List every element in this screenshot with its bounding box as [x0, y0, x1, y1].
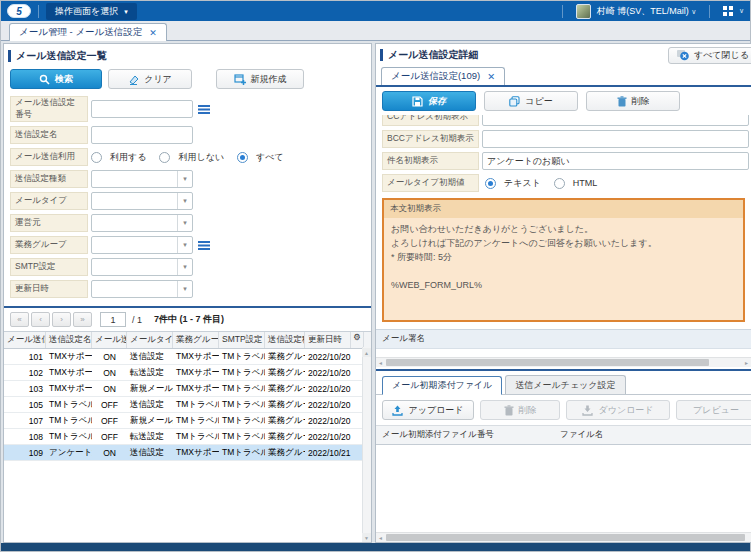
attachment-delete-button[interactable]: 削除 [480, 400, 560, 420]
cell-setting-kind: 業務グループ [265, 431, 305, 443]
smtp-select[interactable]: ▾ [91, 258, 193, 276]
page-number-input[interactable]: 1 [100, 312, 126, 327]
tab-send-mail-check[interactable]: 送信メールチェック設定 [505, 375, 625, 394]
cell-updated: 2022/10/20 [305, 400, 351, 410]
select-caret-icon: ▾ [177, 259, 192, 275]
chevron-down-icon[interactable]: ∨ [739, 7, 744, 15]
mail-type-label: メールタイプ [10, 192, 88, 210]
new-window-icon [234, 74, 246, 85]
scrollbar-thumb[interactable] [386, 359, 709, 366]
next-page-button[interactable]: › [52, 312, 71, 327]
group-select[interactable]: ▾ [91, 236, 193, 254]
download-button[interactable]: ダウンロード [566, 400, 670, 420]
col-file-name[interactable]: ファイル名 [554, 426, 751, 444]
download-button-label: ダウンロード [598, 404, 653, 417]
radio-use[interactable] [91, 152, 102, 163]
col-updated[interactable]: 更新日時 [305, 332, 351, 348]
screen-select-button[interactable]: 操作画面を選択 ▾ [46, 3, 137, 20]
close-icon[interactable]: ✕ [149, 28, 157, 38]
table-scrollbar[interactable] [362, 347, 371, 542]
preview-button[interactable]: プレビュー [676, 400, 751, 420]
detail-horizontal-scrollbar[interactable]: ◄ ► [376, 357, 751, 367]
radio-all-label: すべて [256, 151, 284, 164]
cell-setting-kind: 業務グループ [265, 383, 305, 395]
col-mail-type[interactable]: メールタイプ [127, 332, 173, 348]
cell-setting-name: TMトラベルCC [46, 415, 92, 427]
subject-input[interactable]: アンケートのお願い [482, 152, 749, 170]
setting-type-select[interactable]: ▾ [91, 170, 193, 188]
create-new-button[interactable]: 新規作成 [216, 69, 304, 89]
search-button[interactable]: 検索 [10, 69, 102, 89]
col-setting-name[interactable]: 送信設定名 [46, 332, 92, 348]
main-tab-bar: メール管理 - メール送信設定 ✕ [1, 21, 750, 41]
radio-html[interactable] [554, 178, 565, 189]
list-lookup-icon[interactable] [198, 241, 210, 250]
cell-group: TMトラベルCC [173, 399, 219, 411]
save-icon [412, 96, 423, 107]
cell-updated: 2022/10/20 [305, 416, 351, 426]
subject-label: 件名初期表示 [382, 152, 479, 170]
scroll-down-icon[interactable]: ▼ [362, 533, 371, 542]
mail-type-select[interactable]: ▾ [91, 192, 193, 210]
copy-button[interactable]: コピー [484, 91, 578, 111]
close-icon[interactable]: ✕ [487, 71, 495, 82]
setting-no-input[interactable] [91, 100, 193, 118]
top-bar: 5 操作画面を選択 ▾ 村崎 博(SV、TEL/Mail) ∨ ∨ [1, 1, 750, 21]
attachment-horizontal-scrollbar[interactable]: ◄ ► [376, 532, 751, 542]
setting-name-input[interactable] [91, 126, 193, 144]
mail-send-settings-detail-panel: メール送信設定詳細 すべて閉じる メール送信設定(109) ✕ [375, 43, 751, 543]
table-row[interactable]: 103 TMXサポート ON 新規メール設定 TMXサポート TMトラベルCC … [4, 381, 371, 397]
save-button[interactable]: 保存 [382, 91, 476, 111]
tab-mail-send-settings[interactable]: メール管理 - メール送信設定 ✕ [9, 23, 167, 41]
table-row[interactable]: 107 TMトラベルCC OFF 新規メール設定 TMトラベルCC TMトラベル… [4, 413, 371, 429]
scroll-left-icon[interactable]: ◄ [376, 358, 385, 367]
scrollbar-thumb[interactable] [386, 534, 745, 541]
cell-updated: 2022/10/20 [305, 368, 351, 378]
select-caret-icon: ▾ [177, 215, 192, 231]
bcc-input[interactable] [482, 130, 749, 148]
cell-group: TMXサポート [173, 383, 219, 395]
tab-mail-send-setting-109[interactable]: メール送信設定(109) ✕ [381, 67, 505, 85]
table-row[interactable]: 101 TMXサポート ON 送信設定 TMXサポート TMトラベルCC 業務グ… [4, 349, 371, 365]
apps-grid-icon[interactable] [723, 6, 733, 16]
table-row[interactable]: 109 アンケート送信 ON 送信設定 TMXサポート TMトラベルCC 業務グ… [4, 445, 371, 461]
cc-input[interactable] [482, 115, 749, 126]
radio-text[interactable] [485, 178, 496, 189]
updated-select[interactable]: ▾ [91, 280, 193, 298]
radio-all[interactable] [237, 152, 248, 163]
upload-button[interactable]: アップロード [382, 400, 474, 420]
operator-select[interactable]: ▾ [91, 214, 193, 232]
screen-select-label: 操作画面を選択 [55, 5, 118, 18]
cell-updated: 2022/10/21 [305, 448, 351, 458]
scroll-right-icon[interactable]: ► [742, 358, 751, 367]
first-page-button[interactable]: « [10, 312, 29, 327]
col-smtp[interactable]: SMTP設定 [219, 332, 265, 348]
scroll-up-icon[interactable]: ▲ [362, 348, 371, 357]
clear-button[interactable]: クリア [108, 69, 192, 89]
col-mail-use[interactable]: メール送信利用 [92, 332, 127, 348]
cell-mail-use: OFF [92, 416, 127, 426]
table-row[interactable]: 108 TMトラベルCC OFF 転送設定 TMトラベルCC TMトラベルCC … [4, 429, 371, 445]
tab-initial-attachments[interactable]: メール初期添付ファイル [382, 376, 502, 395]
delete-button[interactable]: 削除 [586, 91, 680, 111]
user-menu[interactable]: 村崎 博(SV、TEL/Mail) ∨ [597, 5, 697, 18]
cell-mail-use: ON [92, 368, 127, 378]
prev-page-button[interactable]: ‹ [31, 312, 50, 327]
body-default-textarea[interactable]: お問い合わせいただきありがとうございました。 よろしければ下記のアンケートへのご… [384, 218, 743, 320]
close-all-icon [677, 50, 689, 61]
last-page-button[interactable]: » [73, 312, 92, 327]
bottom-status-bar [1, 543, 750, 551]
table-row[interactable]: 102 TMXサポート ON 転送設定 TMXサポート TMトラベルCC 業務グ… [4, 365, 371, 381]
col-group[interactable]: 業務グループ [173, 332, 219, 348]
col-setting-kind[interactable]: 送信設定種類 [265, 332, 305, 348]
scroll-left-icon[interactable]: ◄ [376, 533, 385, 542]
table-row[interactable]: 105 TMトラベルCC OFF 送信設定 TMトラベルCC TMトラベルCC … [4, 397, 371, 413]
radio-not-use[interactable] [159, 152, 170, 163]
column-settings-gear-icon[interactable]: ⚙ [351, 332, 364, 348]
body-default-section: 本文初期表示 お問い合わせいただきありがとうございました。 よろしければ下記のア… [382, 198, 745, 322]
col-setting-no[interactable]: メール送信設定番号 [4, 332, 46, 348]
detail-toolbar: 保存 コピー 削除 [376, 87, 751, 115]
list-lookup-icon[interactable] [198, 105, 210, 114]
col-attachment-no[interactable]: メール初期添付ファイル番号 [376, 426, 554, 444]
close-all-button[interactable]: すべて閉じる [668, 47, 751, 64]
